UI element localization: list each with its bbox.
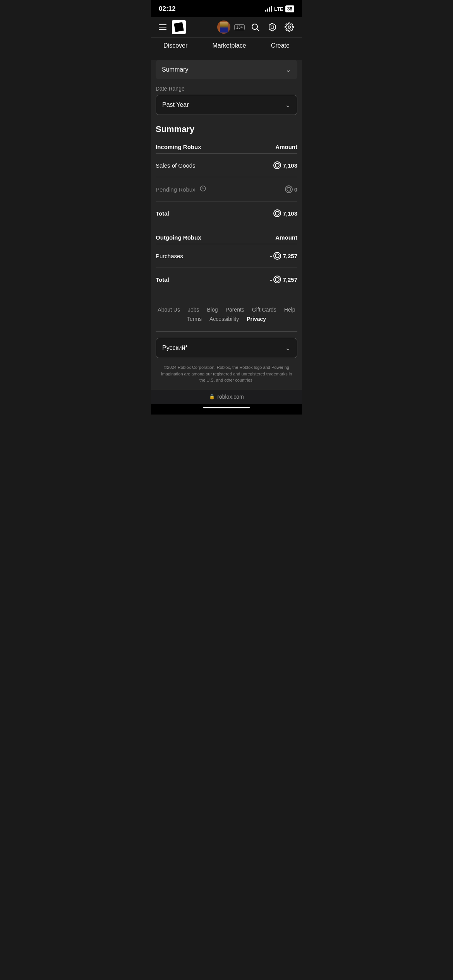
nav-tabs: Discover Marketplace Create [151,38,302,55]
pending-robux-label-group: Pending Robux [156,185,206,194]
lte-label: LTE [274,6,283,12]
svg-point-4 [288,26,290,28]
outgoing-robux-section: Outgoing Robux Amount Purchases - 7,257 … [151,231,302,297]
pending-robux-label: Pending Robux [156,186,196,193]
incoming-total-amount: 7,103 [273,209,297,217]
hamburger-menu[interactable] [157,23,168,31]
date-range-label: Date Range [156,86,297,92]
status-icons: LTE 38 [265,5,294,12]
robux-currency-icon[interactable] [266,21,279,34]
outgoing-total-prefix: - [270,276,272,283]
signal-icon [265,6,272,12]
status-bar: 02:12 LTE 38 [151,0,302,17]
tab-create[interactable]: Create [268,41,293,51]
home-bar [203,407,250,408]
svg-rect-3 [271,26,273,28]
footer-link-accessibility[interactable]: Accessibility [209,316,239,322]
incoming-total-label: Total [156,210,169,217]
pending-robux-icon [285,185,293,193]
incoming-header-amount: Amount [275,144,297,150]
footer-link-terms[interactable]: Terms [187,316,202,322]
outgoing-total-value: 7,257 [283,276,297,283]
nav-bar: 13+ [151,17,302,38]
clock-icon [199,185,206,194]
pending-robux-row: Pending Robux 0 [156,177,297,202]
incoming-robux-header: Incoming Robux Amount [156,140,297,154]
age-badge: 13+ [234,24,245,30]
outgoing-robux-header: Outgoing Robux Amount [156,231,297,244]
lock-icon: 🔒 [209,394,215,399]
footer-link-parents[interactable]: Parents [226,307,244,313]
roblox-logo-inner [174,22,184,32]
pending-robux-amount: 0 [285,185,297,193]
tab-marketplace[interactable]: Marketplace [209,41,249,51]
search-icon[interactable] [249,21,262,34]
svg-line-1 [257,29,259,31]
chevron-down-icon: ⌄ [285,65,291,74]
sales-of-goods-amount: 7,103 [273,161,297,169]
footer-link-help[interactable]: Help [284,307,295,313]
outgoing-header-amount: Amount [275,234,297,241]
footer-link-about-us[interactable]: About Us [158,307,180,313]
footer-link-jobs[interactable]: Jobs [188,307,199,313]
outgoing-total-amount: - 7,257 [270,276,297,283]
avatar-figure [220,22,228,33]
incoming-header-label: Incoming Robux [156,144,201,150]
browser-bar: 🔒 roblox.com [151,390,302,404]
battery-icon: 38 [285,5,294,12]
date-range-chevron-icon: ⌄ [285,101,291,109]
copyright-text: ©2024 Roblox Corporation. Roblox, the Ro… [151,364,302,390]
avatar[interactable] [217,21,230,34]
purchases-value: 7,257 [283,253,297,259]
sales-of-goods-row: Sales of Goods 7,103 [156,154,297,177]
sales-of-goods-value: 7,103 [283,162,297,169]
purchases-amount: - 7,257 [270,252,297,260]
language-chevron-icon: ⌄ [285,344,291,352]
sales-of-goods-label: Sales of Goods [156,162,196,169]
footer-link-blog[interactable]: Blog [207,307,218,313]
settings-icon[interactable] [283,21,296,34]
tab-discover[interactable]: Discover [160,41,190,51]
date-range-value: Past Year [162,101,189,108]
outgoing-robux-table: Outgoing Robux Amount Purchases - 7,257 … [156,231,297,291]
footer-links: About Us Jobs Blog Parents Gift Cards He… [151,297,302,325]
pending-robux-value: 0 [294,186,297,193]
summary-dropdown-label: Summary [162,66,188,73]
status-time: 02:12 [159,5,175,13]
footer-link-gift-cards[interactable]: Gift Cards [252,307,276,313]
language-value: Русский* [162,344,188,351]
outgoing-total-label: Total [156,276,169,283]
url-text: roblox.com [217,394,244,400]
date-range-select[interactable]: Past Year ⌄ [156,95,297,115]
purchases-row: Purchases - 7,257 [156,244,297,268]
svg-marker-2 [269,23,275,31]
summary-dropdown[interactable]: Summary ⌄ [156,60,297,79]
outgoing-total-icon [273,276,281,283]
incoming-total-value: 7,103 [283,210,297,217]
incoming-robux-table: Incoming Robux Amount Sales of Goods 7,1… [156,140,297,225]
incoming-total-icon [273,209,281,217]
roblox-logo[interactable] [172,20,186,34]
footer-link-privacy[interactable]: Privacy [247,316,266,322]
robux-icon [273,161,281,169]
outgoing-header-label: Outgoing Robux [156,234,201,241]
purchases-robux-icon [273,252,281,260]
language-select[interactable]: Русский* ⌄ [156,338,297,358]
date-range-section: Date Range Past Year ⌄ [151,79,302,118]
incoming-total-row: Total 7,103 [156,202,297,225]
purchases-prefix: - [270,253,272,259]
home-indicator [151,404,302,415]
summary-section: Summary Incoming Robux Amount Sales of G… [151,118,302,231]
footer-divider [156,331,297,332]
outgoing-total-row: Total - 7,257 [156,268,297,291]
purchases-label: Purchases [156,253,183,259]
summary-title: Summary [156,124,297,134]
page-content: Summary ⌄ Date Range Past Year ⌄ Summary… [151,60,302,390]
